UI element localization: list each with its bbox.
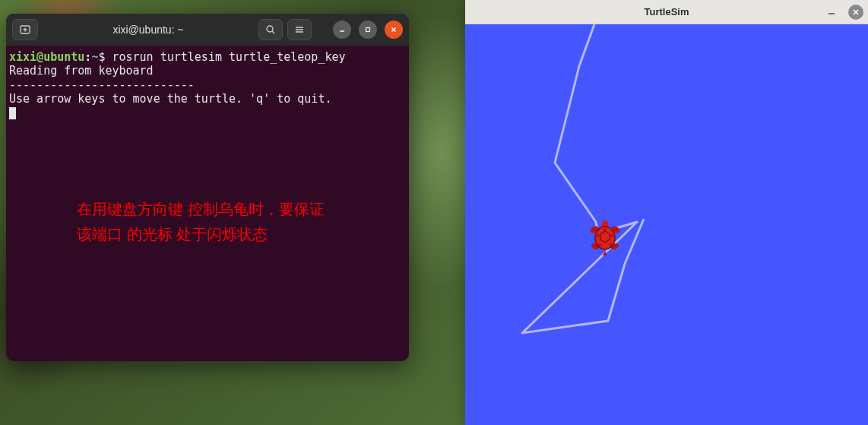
ts-minimize-button[interactable] — [824, 5, 839, 20]
svg-point-27 — [609, 243, 612, 246]
svg-line-4 — [272, 31, 274, 33]
maximize-button[interactable] — [359, 21, 377, 39]
turtle-path — [465, 24, 868, 425]
svg-point-25 — [597, 234, 600, 237]
minimize-icon — [827, 8, 836, 17]
output-line: --------------------------- — [9, 78, 406, 92]
close-button[interactable] — [385, 21, 403, 39]
cursor — [9, 107, 16, 119]
menu-icon — [293, 24, 306, 36]
svg-point-24 — [610, 234, 613, 237]
terminal-content[interactable]: xixi@ubuntu:~$ rosrun turtlesim turtle_t… — [6, 46, 409, 361]
close-icon — [851, 8, 860, 17]
maximize-icon — [364, 26, 372, 33]
minimize-icon — [338, 26, 346, 33]
search-button[interactable] — [258, 19, 283, 40]
turtle-sprite — [589, 220, 621, 255]
svg-point-26 — [598, 243, 601, 246]
turtlesim-titlebar[interactable]: TurtleSim — [465, 0, 868, 24]
new-tab-button[interactable] — [12, 19, 38, 40]
svg-point-23 — [603, 228, 607, 231]
output-line: Reading from keyboard — [9, 64, 406, 78]
turtlesim-window-controls — [824, 5, 863, 20]
prompt-line: xixi@ubuntu:~$ rosrun turtlesim turtle_t… — [9, 50, 406, 64]
cursor-line — [9, 106, 406, 119]
turtlesim-window: TurtleSim — [465, 0, 868, 425]
svg-marker-20 — [603, 251, 607, 255]
ts-close-button[interactable] — [848, 5, 863, 20]
command-text: rosrun turtlesim turtle_teleop_key — [112, 50, 345, 64]
new-tab-icon — [19, 24, 31, 36]
menu-button[interactable] — [287, 19, 312, 40]
turtlesim-canvas — [465, 24, 868, 425]
minimize-button[interactable] — [333, 21, 351, 39]
prompt-symbol: $ — [98, 50, 105, 64]
terminal-title: xixi@ubuntu: ~ — [43, 24, 254, 36]
svg-point-3 — [267, 26, 273, 32]
close-icon — [390, 26, 398, 33]
terminal-titlebar[interactable]: xixi@ubuntu: ~ — [6, 14, 409, 46]
output-line: Use arrow keys to move the turtle. 'q' t… — [9, 92, 406, 106]
prompt-user: xixi@ubuntu — [9, 50, 84, 64]
search-icon — [265, 24, 277, 36]
svg-rect-9 — [366, 28, 370, 32]
turtlesim-title: TurtleSim — [645, 6, 689, 17]
terminal-window: xixi@ubuntu: ~ — [6, 14, 409, 361]
